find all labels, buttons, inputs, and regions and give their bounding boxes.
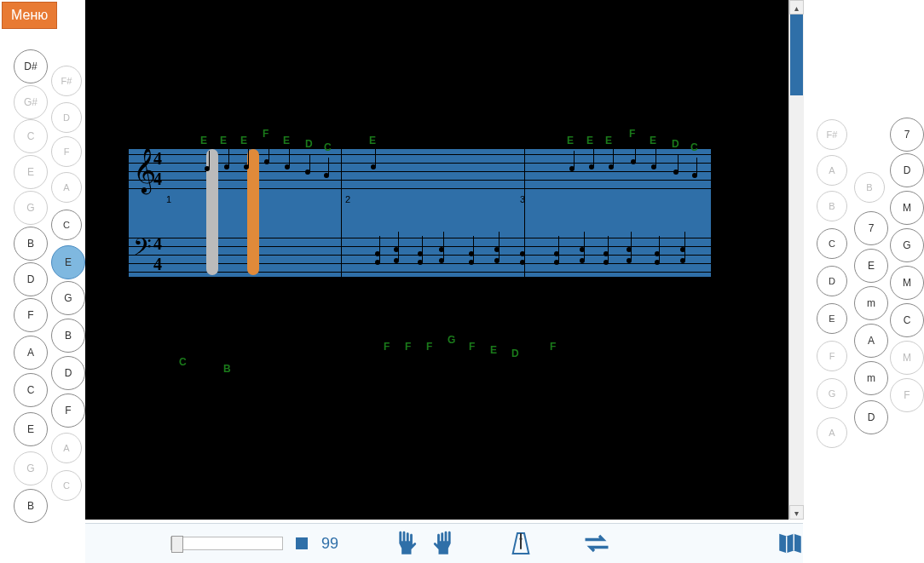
note-label: E [220, 135, 227, 146]
left-hand-icon[interactable] [390, 529, 419, 558]
left-key-c2[interactable]: C [51, 210, 82, 240]
left-key-f3[interactable]: F [51, 394, 85, 428]
score-scrollbar[interactable]: ▴ ▾ [788, 0, 804, 520]
right-key-r-a1[interactable]: A [817, 155, 847, 186]
note-stem [379, 244, 380, 261]
right-key-r-g2[interactable]: G [817, 378, 847, 409]
left-key-f1[interactable]: F [51, 136, 82, 167]
scroll-down-icon[interactable]: ▾ [789, 505, 804, 520]
left-key-a2[interactable]: A [14, 336, 48, 370]
tempo-slider-knob[interactable] [171, 536, 183, 553]
right-key-r-g1[interactable]: G [890, 228, 924, 262]
note-stem [289, 149, 290, 166]
bass-clef: 𝄢 [133, 234, 152, 267]
right-key-r-d2[interactable]: D [817, 266, 847, 296]
note-label: F [629, 128, 635, 140]
note-label: B [223, 363, 231, 375]
note-stem [635, 144, 636, 161]
left-key-g3[interactable]: G [14, 451, 48, 485]
left-key-c3[interactable]: C [14, 373, 48, 407]
playhead-cursor-orange[interactable] [247, 149, 259, 275]
left-key-fs[interactable]: F# [51, 66, 82, 96]
note-stem [499, 243, 500, 260]
note-label: F [469, 341, 475, 353]
timesig-bot-1: 4 [153, 169, 162, 189]
left-key-e3[interactable]: E [14, 412, 48, 446]
right-key-r-m3[interactable]: m [854, 286, 888, 320]
left-key-b3[interactable]: B [14, 489, 48, 523]
right-key-r-f1[interactable]: F [817, 341, 847, 371]
left-key-a3[interactable]: A [51, 433, 82, 463]
left-key-f2[interactable]: F [14, 298, 48, 332]
measure-number: 1 [166, 194, 171, 204]
right-key-r-m2[interactable]: M [890, 266, 924, 300]
left-key-c4[interactable]: C [51, 470, 82, 501]
left-key-gs[interactable]: G# [14, 85, 48, 119]
note-stem [684, 243, 685, 260]
right-key-r-7b[interactable]: 7 [854, 211, 888, 245]
right-key-r-c2[interactable]: C [890, 303, 924, 337]
note-stem [375, 149, 376, 166]
left-key-b2[interactable]: B [51, 319, 85, 353]
left-key-ds[interactable]: D# [14, 49, 48, 83]
measure-number: 2 [345, 194, 350, 204]
note-label: E [240, 135, 247, 146]
bottom-toolbar: 99 [85, 523, 803, 563]
menu-button[interactable]: Меню [2, 2, 57, 29]
right-key-r-f2[interactable]: F [890, 378, 924, 412]
right-key-r-e2[interactable]: E [817, 303, 847, 334]
note-label: F [263, 128, 269, 140]
right-key-r-7a[interactable]: 7 [890, 118, 924, 152]
right-key-r-b1[interactable]: B [854, 172, 885, 203]
right-key-r-a2[interactable]: A [854, 324, 888, 358]
right-hand-icon[interactable] [431, 529, 460, 558]
note-label: C [690, 141, 698, 153]
right-key-r-d1[interactable]: D [890, 153, 924, 187]
right-key-r-m1[interactable]: M [890, 191, 924, 225]
timesig-bot-2: 4 [153, 255, 162, 274]
scroll-thumb[interactable] [790, 14, 803, 95]
timesig-top-2: 4 [153, 234, 162, 254]
note-stem [209, 151, 210, 168]
note-label: E [490, 344, 497, 356]
note-label: D [305, 138, 313, 150]
right-key-r-c1[interactable]: C [817, 228, 847, 259]
note-label: F [426, 341, 432, 353]
note-stem [655, 149, 656, 166]
left-key-e1[interactable]: E [14, 155, 48, 189]
note-stem [659, 244, 660, 261]
note-stem [228, 149, 229, 166]
left-key-d2[interactable]: D [14, 262, 48, 296]
note-stem [608, 244, 609, 261]
left-key-c1[interactable]: C [14, 119, 48, 153]
note-stem [558, 244, 559, 261]
note-stem [309, 154, 310, 171]
right-key-r-m4[interactable]: M [890, 341, 924, 375]
scroll-up-icon[interactable]: ▴ [789, 0, 804, 14]
left-key-b1[interactable]: B [14, 227, 48, 261]
map-icon[interactable] [774, 529, 806, 558]
note-stem [574, 151, 575, 168]
right-key-r-a3[interactable]: A [817, 417, 847, 448]
staff-system-1: 𝄞 𝄢 4 4 4 4 [128, 149, 712, 277]
right-key-r-b2[interactable]: B [817, 191, 847, 221]
note-label: E [567, 135, 574, 146]
left-key-g1[interactable]: G [14, 191, 48, 225]
left-key-a1[interactable]: A [51, 172, 82, 203]
right-key-r-e1[interactable]: E [854, 249, 888, 283]
note-stem [328, 158, 329, 175]
note-stem [398, 243, 399, 260]
left-key-d3[interactable]: D [51, 356, 85, 390]
tempo-slider[interactable] [170, 537, 283, 550]
left-key-g2[interactable]: G [51, 281, 85, 315]
left-key-d1[interactable]: D [51, 102, 82, 133]
metronome-icon[interactable] [507, 529, 534, 558]
right-key-r-fs[interactable]: F# [817, 119, 847, 150]
note-stem [524, 244, 525, 261]
right-key-r-m5[interactable]: m [854, 361, 888, 395]
note-label: E [586, 135, 593, 146]
left-key-e2[interactable]: E [51, 245, 85, 279]
note-label: E [200, 135, 207, 146]
loop-icon[interactable] [581, 531, 612, 555]
right-key-r-d3[interactable]: D [854, 400, 888, 434]
